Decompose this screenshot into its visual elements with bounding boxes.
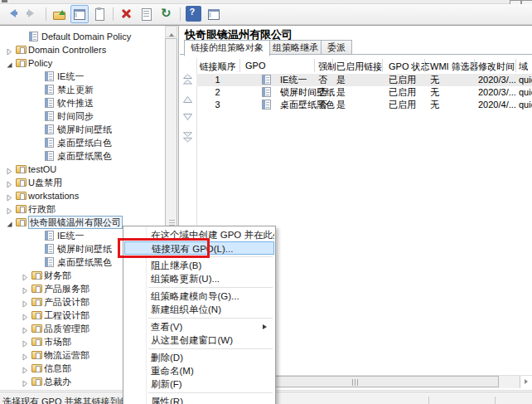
toolbar-separator xyxy=(180,7,181,21)
up-folder-button[interactable] xyxy=(51,5,69,23)
tree-item-label: IE统一 xyxy=(57,229,84,242)
column-header[interactable]: 强制 xyxy=(318,61,336,73)
move-down-button[interactable] xyxy=(181,113,195,125)
tree-item-label: 锁屏时间壁纸 xyxy=(57,123,112,136)
ou-folder-icon xyxy=(16,218,27,226)
help-button[interactable] xyxy=(185,5,203,23)
table-row[interactable]: 2锁屏时间壁纸否是已启用无2020/3/...quick xyxy=(196,86,532,99)
tree-item[interactable]: 时间同步 xyxy=(0,110,165,123)
tree-item-label: 市场部 xyxy=(44,335,71,348)
table-row[interactable]: 1IE统一否是已启用无2020/3/...quick xyxy=(196,74,532,86)
context-menu-item-new-organizational-unit[interactable]: 新建组织单位(N) xyxy=(124,303,274,316)
window-icon xyxy=(206,6,221,22)
column-divider[interactable] xyxy=(332,59,333,72)
ou-folder-icon xyxy=(31,377,42,386)
column-header[interactable]: WMI 筛选器 xyxy=(430,61,479,73)
column-divider[interactable] xyxy=(474,59,475,72)
delete-button[interactable] xyxy=(118,5,136,23)
context-menu-item-new-window-from-here[interactable]: 从这里创建窗口(W) xyxy=(124,333,274,347)
scrollbar-up-button[interactable] xyxy=(165,26,177,37)
ou-folder-icon xyxy=(31,324,42,333)
red-x-icon xyxy=(118,6,134,22)
column-header[interactable]: 链接顺序 xyxy=(199,61,236,73)
column-header[interactable]: 域 xyxy=(519,61,528,73)
toggle-console-tree-button[interactable] xyxy=(70,5,89,23)
gpo-icon xyxy=(45,98,54,108)
move-up-button[interactable] xyxy=(181,95,195,107)
column-header[interactable]: 修改时间 xyxy=(478,61,515,73)
context-menu-item-gp-modeling-wizard[interactable]: 组策略建模向导(G)... xyxy=(124,290,274,303)
toolbar-separator xyxy=(113,7,114,21)
ou-folder-icon xyxy=(16,165,27,173)
context-menu-item-group-policy-update[interactable]: 组策略更新(U)... xyxy=(124,272,274,285)
cell-enforced: 否 xyxy=(318,99,327,111)
tree-item[interactable]: 禁止更新 xyxy=(0,83,165,96)
tree-item-label: 快奇眼镜温州有限公司 xyxy=(28,216,123,229)
context-menu-item-block-inheritance[interactable]: 阻止继承(B) xyxy=(124,259,274,272)
tree-item[interactable]: IE统一 xyxy=(0,70,165,83)
context-menu-item-view[interactable]: 查看(V) xyxy=(124,320,274,333)
column-divider[interactable] xyxy=(424,59,425,72)
tree-item-label: 行政部 xyxy=(28,202,56,216)
new-window-button[interactable] xyxy=(205,5,223,23)
tree-item[interactable]: testOU xyxy=(0,163,165,176)
tree-item[interactable]: Domain Controllers xyxy=(0,43,165,56)
tab-delegation[interactable]: 委派 xyxy=(321,40,352,55)
clipped-icon xyxy=(2,0,7,2)
tree-item[interactable]: 桌面壁纸白色 xyxy=(0,136,165,149)
double-up-icon xyxy=(181,74,194,85)
context-menu-item-properties[interactable]: 属性(R) xyxy=(124,395,274,404)
gpo-icon xyxy=(45,111,54,121)
move-to-bottom-button[interactable] xyxy=(181,132,195,144)
table-row[interactable]: 3桌面壁纸黑色否是已启用无2020/4/...quick xyxy=(196,99,532,111)
column-divider[interactable] xyxy=(314,59,315,72)
column-divider[interactable] xyxy=(382,59,383,72)
gpo-icon xyxy=(45,151,54,161)
column-header[interactable]: 已启用链接 xyxy=(336,61,382,73)
cell-wmi: 无 xyxy=(430,99,439,111)
properties-button[interactable] xyxy=(90,5,109,23)
tree-item[interactable]: 锁屏时间壁纸 xyxy=(0,123,165,136)
tree-item-label: IE统一 xyxy=(57,70,84,83)
cell-modified: 2020/3/... xyxy=(478,74,516,86)
menu-separator xyxy=(148,318,273,319)
cell-modified: 2020/4/... xyxy=(478,99,516,111)
up-icon xyxy=(181,95,194,104)
move-to-top-button[interactable] xyxy=(181,74,195,86)
cell-link_enabled: 是 xyxy=(336,99,346,111)
scrollbar-right-button[interactable] xyxy=(520,376,532,388)
toolbar xyxy=(0,4,532,25)
gpo-icon xyxy=(262,87,271,97)
ou-folder-icon xyxy=(16,46,27,54)
cell-wmi: 无 xyxy=(430,86,439,99)
gpo-icon xyxy=(45,124,54,134)
column-divider[interactable] xyxy=(239,59,240,72)
forward-button[interactable] xyxy=(23,5,41,23)
menu-separator xyxy=(148,348,273,349)
tree-item-label: 禁止更新 xyxy=(57,83,94,96)
ou-folder-icon xyxy=(31,271,42,280)
context-menu-item-rename[interactable]: 重命名(M) xyxy=(124,364,274,377)
context-menu-item-refresh[interactable]: 刷新(F) xyxy=(124,377,274,391)
tab-inheritance[interactable]: 组策略继承 xyxy=(266,40,325,55)
tree-item[interactable]: Policy xyxy=(0,56,165,70)
tree-item[interactable]: 行政部 xyxy=(0,202,165,216)
cell-modified: 2020/3/... xyxy=(478,86,516,99)
tree-item-label: Default Domain Policy xyxy=(41,30,131,43)
tab-linked-gpos[interactable]: 链接的组策略对象 xyxy=(184,40,270,56)
back-button[interactable] xyxy=(3,5,22,23)
tree-item[interactable]: Default Domain Policy xyxy=(0,30,165,43)
cell-gpo-name: IE统一 xyxy=(280,74,307,86)
refresh-button[interactable] xyxy=(157,5,176,23)
column-divider[interactable] xyxy=(515,59,516,72)
tree-item[interactable]: workstations xyxy=(0,189,165,202)
column-header[interactable]: GPO xyxy=(245,61,265,71)
tree-item[interactable]: 桌面壁纸黑色 xyxy=(0,149,165,163)
ou-folder-icon xyxy=(16,205,27,213)
export-list-icon xyxy=(138,6,154,22)
tree-item[interactable]: U盘禁用 xyxy=(0,176,165,189)
double-down-icon xyxy=(181,132,194,143)
context-menu-item-delete[interactable]: 删除(D) xyxy=(124,351,274,364)
export-list-button[interactable] xyxy=(138,5,156,23)
tree-item[interactable]: 软件推送 xyxy=(0,96,165,110)
